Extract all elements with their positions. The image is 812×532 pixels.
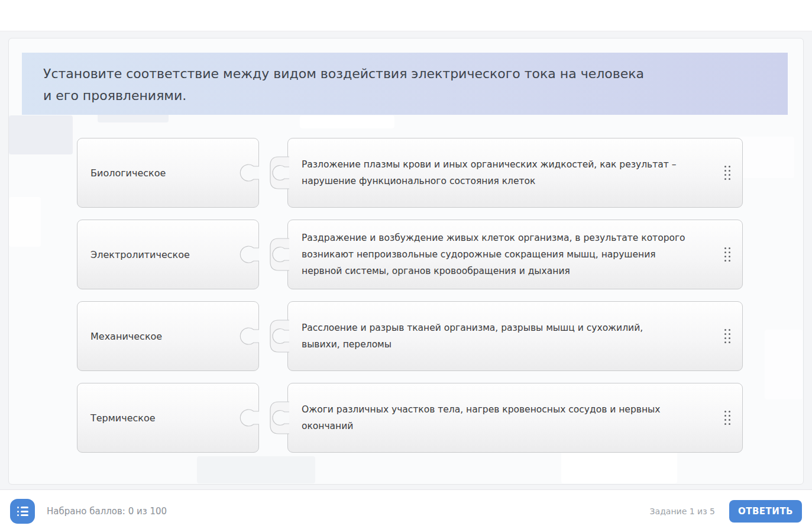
task-progress-text: Задание 1 из 5 xyxy=(650,507,715,516)
quiz-slide: Установите соответствие между видом возд… xyxy=(8,38,804,485)
answer-card[interactable]: Расслоение и разрыв тканей организма, ра… xyxy=(287,301,743,371)
background-texture xyxy=(197,456,315,483)
list-icon xyxy=(17,507,28,508)
question-text-line: и его проявлениями. xyxy=(43,85,766,107)
puzzle-tab-icon xyxy=(264,393,289,443)
background-texture xyxy=(300,115,394,128)
footer-bar: Набрано баллов: 0 из 100 Задание 1 из 5 … xyxy=(0,489,812,532)
puzzle-socket-icon xyxy=(237,395,259,440)
quiz-list-button[interactable] xyxy=(10,499,35,524)
puzzle-tab-icon xyxy=(264,148,289,198)
background-texture xyxy=(561,452,677,483)
question-banner: Установите соответствие между видом возд… xyxy=(22,53,788,115)
answer-text: Расслоение и разрыв тканей организма, ра… xyxy=(302,320,701,353)
score-text: Набрано баллов: 0 из 100 xyxy=(47,506,167,517)
question-text-line: Установите соответствие между видом возд… xyxy=(43,63,766,85)
answer-text: Ожоги различных участков тела, нагрев кр… xyxy=(302,401,701,434)
top-bar xyxy=(0,0,812,31)
drag-handle-icon[interactable] xyxy=(724,411,730,425)
drag-handle-icon[interactable] xyxy=(724,166,730,180)
prompt-card-electrolytic[interactable]: Электролитическое xyxy=(77,220,259,289)
puzzle-socket-icon xyxy=(237,314,259,359)
list-icon xyxy=(17,514,28,516)
background-texture xyxy=(9,115,73,154)
answer-card[interactable]: Ожоги различных участков тела, нагрев кр… xyxy=(287,383,743,453)
background-texture xyxy=(765,330,803,399)
stage-background: Установите соответствие между видом возд… xyxy=(0,31,812,489)
prompt-label: Биологическое xyxy=(90,167,166,179)
puzzle-tab-icon xyxy=(264,230,289,279)
prompt-card-thermal[interactable]: Термическое xyxy=(77,383,259,453)
prompt-label: Электролитическое xyxy=(90,249,190,260)
background-texture xyxy=(735,137,794,178)
drag-handle-icon[interactable] xyxy=(724,329,730,343)
answer-button[interactable]: ОТВЕТИТЬ xyxy=(729,500,802,523)
prompt-card-mechanical[interactable]: Механическое xyxy=(77,301,259,371)
puzzle-socket-icon xyxy=(237,232,259,277)
puzzle-socket-icon xyxy=(237,150,259,195)
list-icon xyxy=(17,511,28,512)
answer-card[interactable]: Разложение плазмы крови и иных органичес… xyxy=(287,138,743,208)
background-texture xyxy=(9,197,41,247)
prompt-label: Механическое xyxy=(90,331,162,342)
prompt-card-biological[interactable]: Биологическое xyxy=(77,138,259,208)
answer-card[interactable]: Раздражение и возбуждение живых клеток о… xyxy=(287,220,743,289)
answer-text: Раздражение и возбуждение живых клеток о… xyxy=(302,230,701,279)
puzzle-tab-icon xyxy=(264,311,289,361)
answer-text: Разложение плазмы крови и иных органичес… xyxy=(302,156,701,189)
drag-handle-icon[interactable] xyxy=(724,247,730,262)
prompt-label: Термическое xyxy=(90,412,156,424)
